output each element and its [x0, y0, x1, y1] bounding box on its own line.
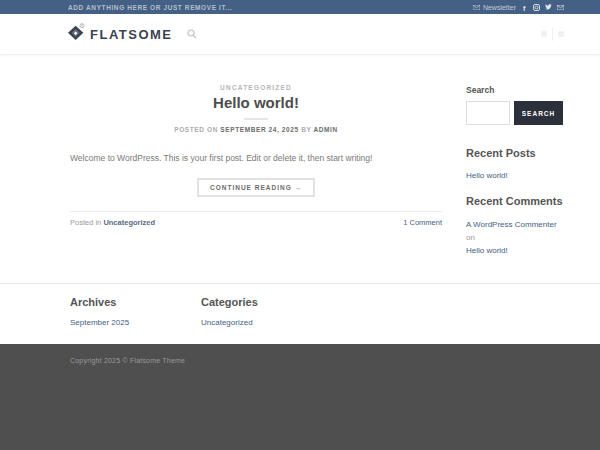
blog-post: UNCATEGORIZED Hello world! POSTED ON SEP… — [70, 72, 442, 258]
recent-comment-item: A WordPress Commenter on Hello world! — [466, 218, 563, 258]
email-icon[interactable] — [557, 5, 564, 10]
copyright-text: Copyright 2025 © Flatsome Theme — [70, 357, 185, 364]
logo-text: FLATSOME — [90, 27, 173, 42]
absolute-footer: Copyright 2025 © Flatsome Theme — [0, 344, 600, 450]
comments-link[interactable]: 1 Comment — [403, 218, 442, 227]
sidebar: Search SEARCH Recent Posts Hello world! … — [466, 72, 563, 258]
title-divider — [244, 118, 268, 120]
by-label: BY — [301, 126, 311, 133]
category-footer-link[interactable]: Uncategorized — [201, 318, 332, 327]
post-date-link[interactable]: SEPTEMBER 24, 2025 — [220, 126, 298, 133]
main-content: UNCATEGORIZED Hello world! POSTED ON SEP… — [0, 55, 600, 283]
svg-text:f: f — [523, 4, 526, 11]
post-title-link[interactable]: Hello world! — [70, 94, 442, 111]
search-icon[interactable] — [187, 25, 197, 43]
archive-link[interactable]: September 2025 — [70, 318, 201, 327]
commented-post-link[interactable]: Hello world! — [466, 244, 563, 257]
header-divider — [552, 28, 553, 41]
on-label: on — [466, 233, 475, 242]
post-author-link[interactable]: ADMIN — [313, 126, 337, 133]
posted-on-label: POSTED ON — [174, 126, 218, 133]
top-bar: ADD ANYTHING HERE OR JUST REMOVE IT... N… — [0, 0, 600, 14]
post-meta: POSTED ON SEPTEMBER 24, 2025 BY ADMIN — [70, 126, 442, 133]
commenter-link[interactable]: A WordPress Commenter — [466, 220, 557, 229]
categories-title: Categories — [201, 296, 332, 308]
recent-post-link[interactable]: Hello world! — [466, 171, 563, 180]
instagram-icon[interactable] — [533, 4, 540, 11]
recent-comments-title: Recent Comments — [466, 195, 563, 207]
search-widget-title: Search — [466, 85, 563, 95]
recent-posts-title: Recent Posts — [466, 147, 563, 159]
twitter-icon[interactable] — [545, 4, 552, 10]
flatsome-logo-icon: R — [68, 23, 85, 45]
archives-title: Archives — [70, 296, 201, 308]
newsletter-envelope-icon — [473, 4, 480, 11]
continue-reading-button[interactable]: CONTINUE READING → — [197, 178, 315, 197]
cart-icon[interactable] — [558, 31, 564, 37]
svg-text:R: R — [81, 24, 83, 28]
newsletter-label: Newsletter — [483, 4, 516, 11]
newsletter-link[interactable]: Newsletter — [473, 4, 516, 11]
posted-in-label: Posted in — [70, 218, 101, 227]
topbar-message: ADD ANYTHING HERE OR JUST REMOVE IT... — [68, 4, 233, 11]
uncategorized-link[interactable]: Uncategorized — [103, 218, 155, 227]
archives-widget: Archives September 2025 — [70, 296, 201, 327]
footer-widgets: Archives September 2025 Categories Uncat… — [0, 283, 600, 344]
account-icon[interactable] — [541, 31, 547, 37]
facebook-icon[interactable]: f — [522, 4, 528, 11]
sidebar-search-button[interactable]: SEARCH — [514, 101, 563, 125]
sidebar-search-input[interactable] — [466, 101, 510, 125]
site-logo[interactable]: R FLATSOME — [68, 23, 173, 45]
site-header: R FLATSOME — [0, 14, 600, 55]
post-excerpt: Welcome to WordPress. This is your first… — [70, 153, 442, 164]
post-footer: Posted in Uncategorized 1 Comment — [70, 211, 442, 227]
categories-widget: Categories Uncategorized — [201, 296, 332, 327]
post-category-link[interactable]: UNCATEGORIZED — [70, 84, 442, 91]
